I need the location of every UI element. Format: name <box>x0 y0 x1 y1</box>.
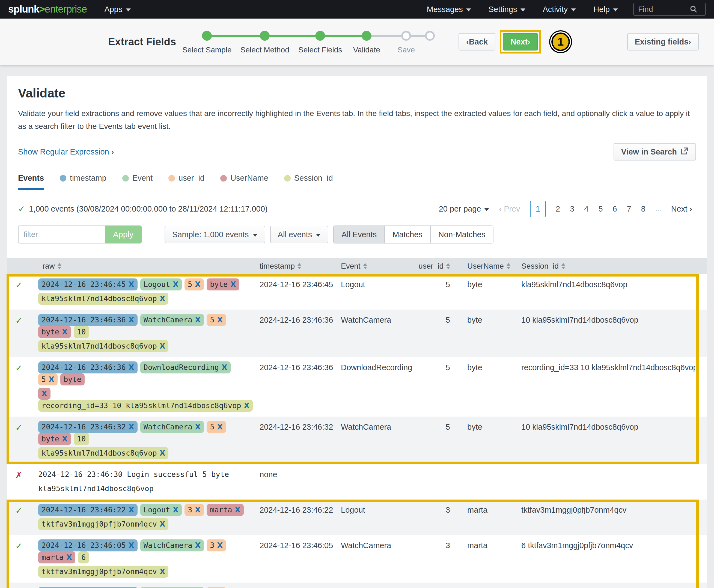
remove-value-button[interactable]: X <box>195 421 201 433</box>
extraction-chip-event[interactable]: WatchCameraX <box>140 421 204 433</box>
remove-value-button[interactable]: X <box>160 293 165 304</box>
tab-user-id[interactable]: user_id <box>168 174 205 190</box>
sort-icon[interactable] <box>562 263 565 269</box>
page-8[interactable]: 8 <box>641 205 646 213</box>
remove-value-button[interactable]: X <box>66 552 72 563</box>
page-3[interactable]: 3 <box>570 205 574 213</box>
extraction-chip-username[interactable]: byteX <box>38 433 71 445</box>
remove-value-button[interactable]: X <box>160 448 165 459</box>
remove-value-button[interactable]: X <box>173 279 178 290</box>
nav-menu-activity[interactable]: Activity <box>543 5 576 14</box>
splunk-logo[interactable]: splunk>enterprise <box>8 3 87 15</box>
segment-matches[interactable]: Matches <box>385 226 431 243</box>
tab-username[interactable]: UserName <box>220 174 268 190</box>
remove-value-button[interactable]: X <box>244 400 250 411</box>
extraction-chip-user_id[interactable]: 3X <box>185 504 204 516</box>
extraction-chip-session[interactable]: tktfav3m1mggj0pfjb7onm4qcvX <box>38 566 168 578</box>
tab-events[interactable]: Events <box>18 174 44 190</box>
find-input[interactable] <box>637 5 689 14</box>
existing-fields-button[interactable]: Existing fields <box>627 33 699 50</box>
sort-icon[interactable] <box>297 263 301 269</box>
column-header-timestamp[interactable]: timestamp <box>252 262 334 271</box>
page-4[interactable]: 4 <box>584 205 588 213</box>
page-7[interactable]: 7 <box>627 205 631 213</box>
column-header-event[interactable]: Event <box>334 262 416 271</box>
tab-timestamp[interactable]: timestamp <box>60 174 106 190</box>
filter-input[interactable] <box>18 226 105 244</box>
extraction-chip-username[interactable]: X <box>38 387 50 400</box>
column-header-raw[interactable]: _raw <box>30 262 252 271</box>
next-button[interactable]: Next <box>503 33 538 50</box>
remove-value-button[interactable]: X <box>230 279 236 290</box>
view-in-search-button[interactable]: View in Search <box>613 143 696 161</box>
nav-menu-help[interactable]: Help <box>593 5 618 14</box>
extraction-chip-event[interactable]: LogoutX <box>140 278 182 291</box>
extraction-chip-event[interactable]: WatchCameraX <box>140 587 204 588</box>
extraction-chip-session[interactable]: kla95sklml7nd14dbosc8q6vopX <box>38 340 168 352</box>
extraction-chip-timestamp[interactable]: 2024-12-16 23:45:58X <box>38 587 138 588</box>
extraction-chip-session[interactable]: 10 <box>74 433 89 445</box>
extraction-chip-timestamp[interactable]: 2024-12-16 23:46:05X <box>38 540 138 551</box>
extraction-chip-event[interactable]: WatchCameraX <box>140 540 204 551</box>
remove-value-button[interactable]: X <box>129 279 134 290</box>
next-page-button[interactable]: Next <box>671 205 692 213</box>
remove-value-button[interactable]: X <box>62 327 68 337</box>
extraction-chip-event[interactable]: DownloadRecordingX <box>140 361 231 374</box>
nav-menu-settings[interactable]: Settings <box>488 5 525 14</box>
remove-value-button[interactable]: X <box>129 362 134 373</box>
remove-value-button[interactable]: X <box>222 362 227 373</box>
back-button[interactable]: Back <box>459 33 496 50</box>
remove-value-button[interactable]: X <box>48 374 54 385</box>
segment-all-events[interactable]: All Events <box>334 226 385 243</box>
apply-button[interactable]: Apply <box>105 226 142 244</box>
extraction-chip-username[interactable]: byteX <box>38 326 71 338</box>
extraction-chip-event[interactable]: LogoutX <box>140 504 182 516</box>
extraction-chip-user_id[interactable]: 5X <box>207 314 226 326</box>
sort-icon[interactable] <box>446 263 450 269</box>
tab-event[interactable]: Event <box>122 174 152 190</box>
extraction-chip-timestamp[interactable]: 2024-12-16 23:46:22X <box>38 504 138 516</box>
page-1[interactable]: 1 <box>530 201 546 217</box>
remove-value-button[interactable]: X <box>129 421 134 433</box>
sort-icon[interactable] <box>58 263 61 269</box>
sample-dropdown[interactable]: Sample: 1,000 events <box>165 226 265 243</box>
apps-menu[interactable]: Apps <box>104 5 130 14</box>
remove-value-button[interactable]: X <box>173 504 178 516</box>
remove-value-button[interactable]: X <box>217 540 223 551</box>
extraction-chip-username[interactable]: byteX <box>207 278 239 291</box>
extraction-chip-user_id[interactable]: 3X <box>207 587 226 588</box>
extraction-chip-username[interactable]: byte <box>60 374 85 385</box>
remove-value-button[interactable]: X <box>217 421 223 433</box>
extraction-chip-session[interactable]: 6 <box>78 551 89 563</box>
extraction-chip-session[interactable]: kla95sklml7nd14dbosc8q6vopX <box>38 447 168 459</box>
sort-icon[interactable] <box>363 263 367 269</box>
extraction-chip-user_id[interactable]: 5X <box>185 278 204 291</box>
page-6[interactable]: 6 <box>613 205 617 213</box>
column-header-session-id[interactable]: Session_id <box>515 262 707 271</box>
per-page-dropdown[interactable]: 20 per page <box>439 205 489 213</box>
remove-value-button[interactable]: X <box>195 504 201 516</box>
prev-page-button[interactable]: Prev <box>499 205 520 213</box>
remove-value-button[interactable]: X <box>235 504 240 516</box>
page-2[interactable]: 2 <box>556 205 560 213</box>
find-search-box[interactable] <box>633 3 706 16</box>
remove-value-button[interactable]: X <box>160 341 165 352</box>
extraction-chip-username[interactable]: martaX <box>207 504 244 516</box>
extraction-chip-username[interactable]: martaX <box>38 551 75 563</box>
remove-value-button[interactable]: X <box>129 314 134 326</box>
extraction-chip-timestamp[interactable]: 2024-12-16 23:46:36X <box>38 361 138 374</box>
tab-session-id[interactable]: Session_id <box>284 174 333 190</box>
segment-non-matches[interactable]: Non-Matches <box>431 226 493 243</box>
remove-value-button[interactable]: X <box>41 388 47 399</box>
nav-menu-messages[interactable]: Messages <box>427 5 471 14</box>
extraction-chip-session[interactable]: tktfav3m1mggj0pfjb7onm4qcvX <box>38 518 168 530</box>
extraction-chip-user_id[interactable]: 5X <box>38 374 58 385</box>
page-5[interactable]: 5 <box>598 205 603 213</box>
remove-value-button[interactable]: X <box>217 314 223 326</box>
remove-value-button[interactable]: X <box>195 540 201 551</box>
column-header-user-id[interactable]: user_id <box>416 262 460 271</box>
extraction-chip-session[interactable]: 10 <box>74 326 89 338</box>
remove-value-button[interactable]: X <box>195 279 201 290</box>
show-regular-expression-link[interactable]: Show Regular Expression <box>18 147 114 156</box>
extraction-chip-session[interactable]: kla95sklml7nd14dbosc8q6vopX <box>38 293 168 304</box>
